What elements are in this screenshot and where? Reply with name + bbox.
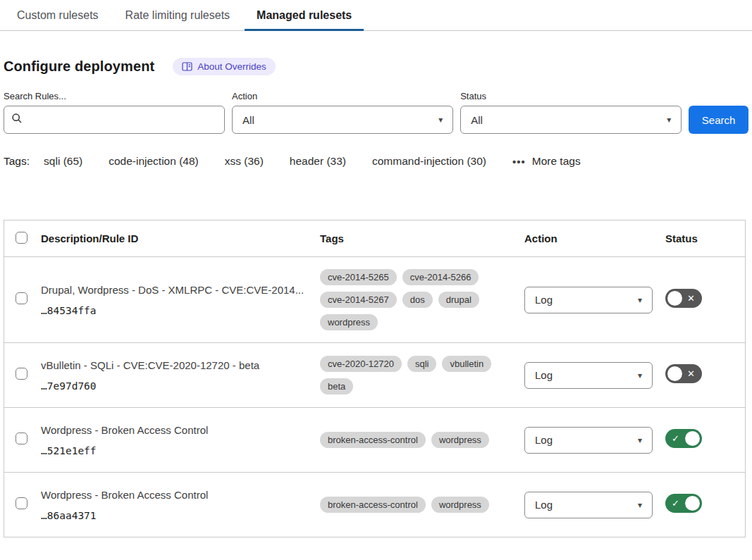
action-select[interactable]: Log ▾ bbox=[524, 427, 653, 454]
about-overrides-badge[interactable]: About Overrides bbox=[173, 58, 276, 75]
row-checkbox[interactable] bbox=[16, 433, 27, 444]
col-status: Status bbox=[665, 232, 745, 244]
rule-action-cell: Log ▾ bbox=[524, 492, 665, 518]
main-content: Configure deployment About Overrides Sea… bbox=[0, 58, 752, 537]
action-select-value: Log bbox=[535, 434, 553, 446]
action-filter-field: Action All ▾ bbox=[232, 91, 453, 134]
search-button[interactable]: Search bbox=[689, 106, 748, 134]
search-rules-label: Search Rules... bbox=[4, 91, 225, 101]
tag-link[interactable]: command-injection (30) bbox=[372, 155, 486, 168]
tag-pill: wordpress bbox=[320, 314, 378, 330]
page-title: Configure deployment bbox=[4, 58, 154, 75]
ruleset-tab-bar: Custom rulesetsRate limiting rulesetsMan… bbox=[0, 0, 752, 31]
tag-pill: cve-2014-5265 bbox=[320, 269, 397, 285]
col-description: Description/Rule ID bbox=[41, 232, 320, 244]
action-select[interactable]: Log ▾ bbox=[524, 362, 653, 389]
rule-status-cell: ✓ bbox=[665, 494, 745, 516]
ellipsis-icon: ••• bbox=[512, 156, 526, 168]
about-overrides-label: About Overrides bbox=[197, 61, 266, 72]
chevron-down-icon: ▾ bbox=[667, 116, 671, 124]
table-row: Drupal, Wordpress - DoS - XMLRPC - CVE:C… bbox=[4, 257, 745, 343]
rule-tags-cell: cve-2020-12720sqlivbulletinbeta bbox=[320, 356, 524, 394]
tag-pill: sqli bbox=[407, 356, 437, 372]
rule-status-cell: ✕ bbox=[665, 364, 745, 386]
chevron-down-icon: ▾ bbox=[438, 116, 443, 124]
rule-description-cell: Wordpress - Broken Access Control …86aa4… bbox=[41, 489, 320, 521]
action-select-value: Log bbox=[535, 369, 553, 381]
col-tags: Tags bbox=[320, 232, 524, 244]
more-tags-label: More tags bbox=[532, 155, 581, 168]
toggle-knob bbox=[685, 431, 700, 446]
tag-pill: broken-access-control bbox=[320, 432, 426, 448]
tab-managed-rulesets[interactable]: Managed rulesets bbox=[245, 0, 364, 30]
rule-id: …86aa4371 bbox=[41, 510, 312, 521]
toggle-state-icon: ✓ bbox=[672, 434, 679, 443]
tag-link[interactable]: header (33) bbox=[290, 155, 346, 168]
status-toggle[interactable]: ✓ bbox=[665, 494, 702, 513]
rule-tags-cell: broken-access-controlwordpress bbox=[320, 432, 524, 448]
tag-pill: drupal bbox=[438, 292, 479, 308]
action-filter-label: Action bbox=[232, 91, 453, 101]
tag-pill: wordpress bbox=[431, 497, 489, 513]
rule-description-cell: Drupal, Wordpress - DoS - XMLRPC - CVE:C… bbox=[41, 284, 320, 316]
rule-description-cell: Wordpress - Broken Access Control …521e1… bbox=[41, 424, 320, 456]
select-all-checkbox[interactable] bbox=[16, 232, 27, 244]
row-checkbox[interactable] bbox=[16, 292, 27, 304]
tag-link[interactable]: xss (36) bbox=[225, 155, 264, 168]
toggle-state-icon: ✓ bbox=[672, 499, 679, 508]
tab-custom-rulesets[interactable]: Custom rulesets bbox=[5, 0, 111, 30]
search-icon bbox=[11, 113, 23, 127]
row-checkbox-cell bbox=[16, 368, 41, 382]
tag-pill: cve-2014-5267 bbox=[320, 292, 397, 308]
tag-pill: wordpress bbox=[431, 432, 489, 448]
header-checkbox-cell bbox=[16, 232, 41, 246]
rule-tags-cell: broken-access-controlwordpress bbox=[320, 497, 524, 513]
heading-row: Configure deployment About Overrides bbox=[4, 58, 748, 75]
chevron-down-icon: ▾ bbox=[638, 371, 642, 380]
toggle-knob bbox=[667, 366, 682, 381]
action-filter-value: All bbox=[242, 114, 254, 126]
tab-rate-limiting-rulesets[interactable]: Rate limiting rulesets bbox=[113, 0, 242, 30]
rule-tags-cell: cve-2014-5265cve-2014-5266cve-2014-5267d… bbox=[320, 269, 524, 330]
rule-status-cell: ✕ bbox=[665, 289, 745, 311]
row-checkbox[interactable] bbox=[16, 368, 27, 380]
rule-action-cell: Log ▾ bbox=[524, 287, 665, 313]
tag-pill: broken-access-control bbox=[320, 497, 426, 513]
status-filter-select[interactable]: All ▾ bbox=[460, 106, 682, 134]
search-input-wrap[interactable] bbox=[4, 106, 225, 134]
tags-bar-label: Tags: bbox=[4, 155, 30, 168]
chevron-down-icon: ▾ bbox=[638, 501, 642, 509]
rule-action-cell: Log ▾ bbox=[524, 362, 665, 389]
row-checkbox[interactable] bbox=[16, 497, 27, 509]
action-filter-select[interactable]: All ▾ bbox=[232, 106, 453, 134]
table-row: Wordpress - Broken Access Control …86aa4… bbox=[4, 473, 745, 537]
filter-bar: Search Rules... Action All ▾ Status All bbox=[4, 91, 748, 134]
search-rules-field: Search Rules... bbox=[4, 91, 225, 134]
book-icon bbox=[182, 62, 192, 71]
rule-description: Drupal, Wordpress - DoS - XMLRPC - CVE:C… bbox=[41, 284, 312, 296]
action-select-value: Log bbox=[535, 294, 553, 306]
search-rules-input[interactable] bbox=[28, 114, 217, 126]
table-row: Wordpress - Broken Access Control …521e1… bbox=[4, 408, 745, 473]
tag-pill: cve-2014-5266 bbox=[402, 269, 479, 285]
action-select[interactable]: Log ▾ bbox=[524, 287, 653, 313]
rule-description: Wordpress - Broken Access Control bbox=[41, 489, 312, 501]
rule-action-cell: Log ▾ bbox=[524, 427, 665, 454]
rule-description: vBulletin - SQLi - CVE:CVE-2020-12720 - … bbox=[41, 359, 312, 371]
rule-id: …7e97d760 bbox=[41, 380, 312, 392]
table-header-row: Description/Rule ID Tags Action Status bbox=[4, 220, 745, 257]
more-tags-button[interactable]: ••• More tags bbox=[512, 155, 581, 168]
tag-link[interactable]: code-injection (48) bbox=[109, 155, 199, 168]
tag-pill: beta bbox=[320, 378, 353, 394]
status-filter-value: All bbox=[471, 114, 483, 126]
action-select[interactable]: Log ▾ bbox=[524, 492, 653, 518]
tag-link[interactable]: sqli (65) bbox=[44, 155, 82, 168]
chevron-down-icon: ▾ bbox=[638, 296, 642, 304]
status-toggle[interactable]: ✕ bbox=[665, 289, 702, 308]
status-toggle[interactable]: ✕ bbox=[665, 364, 702, 383]
toggle-knob bbox=[685, 496, 700, 511]
row-checkbox-cell bbox=[16, 433, 41, 447]
row-checkbox-cell bbox=[16, 497, 41, 512]
row-checkbox-cell bbox=[16, 292, 41, 307]
status-toggle[interactable]: ✓ bbox=[665, 429, 702, 448]
